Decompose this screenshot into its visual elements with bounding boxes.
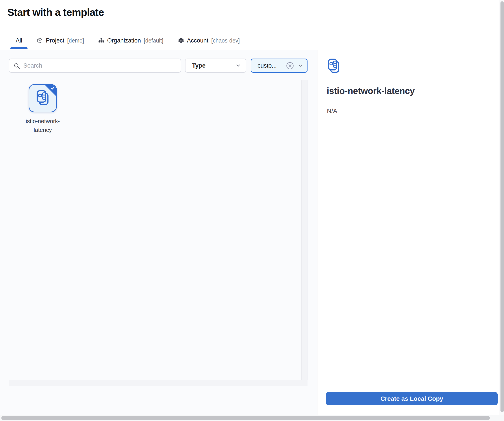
tab-project[interactable]: Project [demo] bbox=[37, 32, 84, 49]
sitemap-icon bbox=[98, 37, 104, 44]
layers-icon bbox=[178, 37, 184, 44]
active-tab-indicator bbox=[10, 47, 28, 49]
grid-horizontal-scrollbar-track[interactable] bbox=[9, 380, 307, 386]
template-card-tile[interactable] bbox=[29, 84, 57, 112]
tab-organization-label: Organization bbox=[107, 37, 141, 44]
tab-project-scope: [demo] bbox=[67, 37, 84, 44]
page-vertical-scrollbar-thumb[interactable] bbox=[500, 1, 504, 412]
template-icon bbox=[36, 90, 50, 107]
page-horizontal-scrollbar-thumb[interactable] bbox=[1, 416, 490, 420]
scope-tabs: All Project [demo] bbox=[10, 32, 240, 49]
tag-filter-dropdown[interactable]: custo... bbox=[251, 59, 307, 73]
start-with-template-dialog: Start with a template All Project [demo] bbox=[0, 0, 504, 421]
tab-all[interactable]: All bbox=[10, 32, 28, 49]
page-title: Start with a template bbox=[7, 6, 104, 18]
tab-all-label: All bbox=[16, 37, 22, 44]
type-filter-label: Type bbox=[192, 62, 235, 69]
tab-account-scope: [chaos-dev] bbox=[211, 37, 240, 44]
search-icon bbox=[14, 63, 20, 69]
search-box bbox=[9, 59, 181, 73]
tab-organization-scope: [default] bbox=[144, 37, 163, 44]
template-grid: istio-network-latency bbox=[9, 80, 307, 386]
chevron-down-icon bbox=[235, 63, 241, 68]
template-details-icon bbox=[327, 58, 341, 74]
page-horizontal-scrollbar bbox=[0, 415, 504, 421]
template-card-label: istio-network-latency bbox=[20, 117, 66, 134]
tag-filter-value: custo... bbox=[258, 62, 286, 69]
search-input[interactable] bbox=[23, 59, 178, 72]
tab-account[interactable]: Account [chaos-dev] bbox=[178, 32, 240, 49]
grid-vertical-scrollbar-track[interactable] bbox=[301, 80, 307, 386]
create-local-copy-button[interactable]: Create as Local Copy bbox=[326, 392, 498, 405]
clear-filter-icon[interactable] bbox=[286, 62, 294, 70]
check-icon bbox=[50, 86, 55, 90]
cube-icon bbox=[37, 37, 43, 44]
template-card[interactable]: istio-network-latency bbox=[16, 84, 70, 134]
details-description: N/A bbox=[327, 107, 337, 114]
tab-organization[interactable]: Organization [default] bbox=[98, 32, 163, 49]
create-local-copy-label: Create as Local Copy bbox=[380, 395, 443, 402]
page-vertical-scrollbar bbox=[499, 0, 504, 415]
template-browser-panel: Type custo... bbox=[0, 50, 318, 415]
tab-project-label: Project bbox=[46, 37, 64, 44]
details-title: istio-network-latency bbox=[327, 86, 415, 96]
chevron-down-icon bbox=[298, 63, 303, 68]
template-details-panel: istio-network-latency N/A Create as Loca… bbox=[318, 50, 499, 415]
dialog-header: Start with a template All Project [demo] bbox=[0, 0, 499, 49]
tab-account-label: Account bbox=[187, 37, 209, 44]
type-filter-dropdown[interactable]: Type bbox=[185, 59, 246, 73]
